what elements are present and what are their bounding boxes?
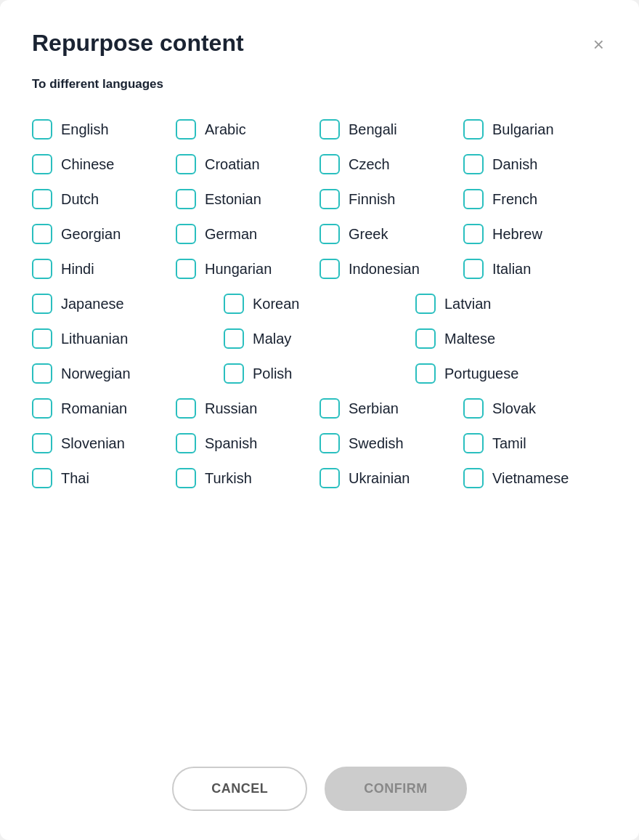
language-checkbox[interactable]	[32, 154, 52, 174]
language-checkbox[interactable]	[320, 259, 340, 279]
language-checkbox[interactable]	[176, 398, 196, 419]
language-item[interactable]: Thai	[32, 468, 176, 488]
language-checkbox[interactable]	[32, 468, 52, 488]
language-item[interactable]: Hungarian	[176, 259, 320, 279]
language-checkbox[interactable]	[32, 294, 52, 314]
language-label: Bulgarian	[492, 121, 554, 138]
language-item[interactable]: Chinese	[32, 154, 176, 174]
language-item[interactable]: Georgian	[32, 224, 176, 244]
language-item[interactable]: Vietnamese	[463, 468, 607, 488]
language-checkbox[interactable]	[32, 398, 52, 419]
language-checkbox[interactable]	[463, 154, 484, 174]
language-checkbox[interactable]	[463, 119, 484, 140]
language-item[interactable]: French	[463, 189, 607, 209]
language-checkbox[interactable]	[463, 468, 484, 488]
language-item[interactable]: Lithuanian	[32, 328, 224, 349]
language-item[interactable]: Russian	[176, 398, 320, 419]
language-item[interactable]: Danish	[463, 154, 607, 174]
language-item[interactable]: Estonian	[176, 189, 320, 209]
language-item[interactable]: Croatian	[176, 154, 320, 174]
language-checkbox[interactable]	[32, 119, 52, 140]
language-label: Ukrainian	[349, 470, 410, 487]
language-item[interactable]: Greek	[320, 224, 463, 244]
language-label: French	[492, 191, 537, 208]
language-item[interactable]: Indonesian	[320, 259, 463, 279]
language-item[interactable]: Slovak	[463, 398, 607, 419]
language-row: LithuanianMalayMaltese	[32, 321, 607, 356]
language-checkbox[interactable]	[320, 189, 340, 209]
language-label: Dutch	[61, 191, 99, 208]
language-item[interactable]: Hebrew	[463, 224, 607, 244]
language-checkbox[interactable]	[224, 363, 244, 384]
language-checkbox[interactable]	[463, 433, 484, 453]
language-label: Swedish	[349, 435, 404, 452]
language-checkbox[interactable]	[176, 189, 196, 209]
language-item[interactable]: Serbian	[320, 398, 463, 419]
language-item[interactable]: Bulgarian	[463, 119, 607, 140]
language-checkbox[interactable]	[32, 259, 52, 279]
language-checkbox[interactable]	[463, 189, 484, 209]
language-item[interactable]: English	[32, 119, 176, 140]
language-label: English	[61, 121, 109, 138]
language-checkbox[interactable]	[415, 363, 436, 384]
language-checkbox[interactable]	[32, 363, 52, 384]
language-item[interactable]: Malay	[224, 328, 415, 349]
footer: CANCEL CONFIRM	[32, 755, 607, 811]
cancel-button[interactable]: CANCEL	[172, 767, 307, 811]
language-checkbox[interactable]	[176, 154, 196, 174]
language-checkbox[interactable]	[415, 294, 436, 314]
language-checkbox[interactable]	[32, 328, 52, 349]
language-item[interactable]: Slovenian	[32, 433, 176, 453]
language-item[interactable]: Bengali	[320, 119, 463, 140]
language-item[interactable]: Ukrainian	[320, 468, 463, 488]
language-checkbox[interactable]	[463, 398, 484, 419]
language-checkbox[interactable]	[320, 154, 340, 174]
language-item[interactable]: Czech	[320, 154, 463, 174]
language-checkbox[interactable]	[320, 119, 340, 140]
language-item[interactable]: Hindi	[32, 259, 176, 279]
language-item[interactable]: Polish	[224, 363, 415, 384]
language-checkbox[interactable]	[176, 468, 196, 488]
language-item[interactable]: Japanese	[32, 294, 224, 314]
language-label: Estonian	[205, 191, 261, 208]
language-item[interactable]: Arabic	[176, 119, 320, 140]
language-checkbox[interactable]	[463, 259, 484, 279]
language-checkbox[interactable]	[463, 224, 484, 244]
language-label: Chinese	[61, 156, 114, 173]
language-label: Georgian	[61, 226, 121, 243]
language-item[interactable]: Italian	[463, 259, 607, 279]
language-checkbox[interactable]	[415, 328, 436, 349]
language-item[interactable]: Maltese	[415, 328, 607, 349]
language-checkbox[interactable]	[176, 259, 196, 279]
language-label: German	[205, 226, 257, 243]
language-checkbox[interactable]	[32, 433, 52, 453]
language-checkbox[interactable]	[176, 119, 196, 140]
language-label: Greek	[349, 226, 388, 243]
language-item[interactable]: Turkish	[176, 468, 320, 488]
language-item[interactable]: Spanish	[176, 433, 320, 453]
language-checkbox[interactable]	[320, 433, 340, 453]
language-item[interactable]: Portuguese	[415, 363, 607, 384]
language-checkbox[interactable]	[224, 328, 244, 349]
language-item[interactable]: Dutch	[32, 189, 176, 209]
language-checkbox[interactable]	[320, 398, 340, 419]
language-checkbox[interactable]	[224, 294, 244, 314]
language-checkbox[interactable]	[176, 433, 196, 453]
language-checkbox[interactable]	[320, 224, 340, 244]
language-label: Malay	[253, 331, 291, 347]
language-row: ThaiTurkishUkrainianVietnamese	[32, 461, 607, 496]
close-button[interactable]: ×	[590, 32, 607, 57]
language-item[interactable]: German	[176, 224, 320, 244]
language-label: Hindi	[61, 261, 94, 278]
language-checkbox[interactable]	[176, 224, 196, 244]
language-checkbox[interactable]	[32, 189, 52, 209]
language-item[interactable]: Finnish	[320, 189, 463, 209]
language-checkbox[interactable]	[32, 224, 52, 244]
language-item[interactable]: Tamil	[463, 433, 607, 453]
language-checkbox[interactable]	[320, 468, 340, 488]
language-item[interactable]: Latvian	[415, 294, 607, 314]
language-item[interactable]: Swedish	[320, 433, 463, 453]
language-item[interactable]: Romanian	[32, 398, 176, 419]
language-item[interactable]: Norwegian	[32, 363, 224, 384]
language-item[interactable]: Korean	[224, 294, 415, 314]
